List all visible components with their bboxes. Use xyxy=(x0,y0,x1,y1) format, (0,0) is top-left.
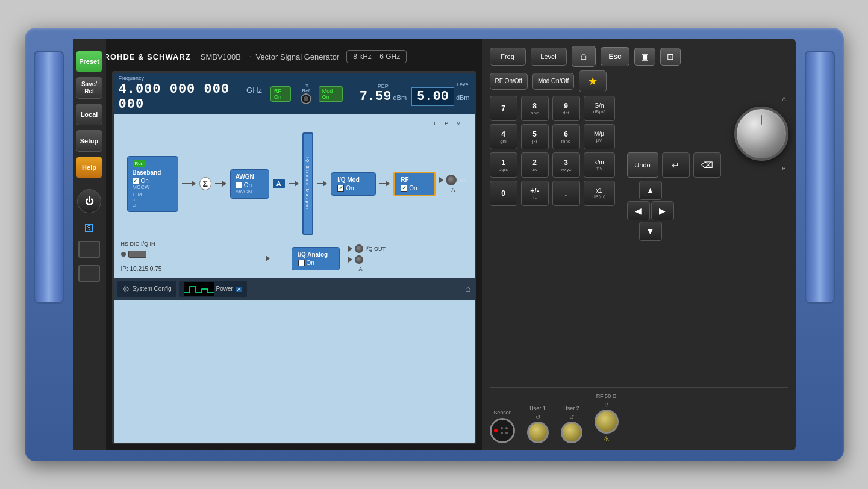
numpad-row-4: 0 +/- +- . x1 dB(m) xyxy=(490,181,729,241)
x1-button[interactable]: x1 dB(m) xyxy=(584,181,615,206)
num-9-button[interactable]: 9 def xyxy=(552,96,580,121)
km-button[interactable]: k/m mV xyxy=(584,152,615,178)
screen-wrapper: Frequency 4.000 000 000 000 GHz RF On In… xyxy=(112,71,476,444)
mod-on-off-button[interactable]: Mod On/Off xyxy=(532,73,575,90)
numpad-row-1: 7 8 abc 9 def G/n xyxy=(490,96,729,121)
km-sub: mV xyxy=(596,166,603,171)
iq-analog-checkbox[interactable] xyxy=(298,260,305,266)
level-section: Level 5.00 dBm xyxy=(411,81,469,106)
power-chart-item[interactable]: Power A xyxy=(179,281,248,297)
iq-mod-block[interactable]: I/Q Mod ✓ On xyxy=(331,172,376,196)
rotary-knob[interactable] xyxy=(734,107,788,161)
local-button[interactable]: Local xyxy=(76,104,102,125)
gear-icon: ⚙ xyxy=(122,284,130,294)
right-arrow-button[interactable]: ▶ xyxy=(651,201,674,220)
dot-button[interactable]: . xyxy=(552,181,580,206)
main-screen[interactable]: Frequency 4.000 000 000 000 GHz RF On In… xyxy=(112,71,476,444)
num-8-button[interactable]: 8 abc xyxy=(521,96,549,121)
help-button[interactable]: Help xyxy=(76,157,102,178)
awgn-on-label: On xyxy=(244,182,252,188)
screen-icon-button[interactable]: ▣ xyxy=(634,48,655,66)
home-button[interactable]: ⌂ xyxy=(572,46,596,67)
right-panel-inner: Freq Level ⌂ Esc ▣ ⊡ RF On/Off Mod On/ xyxy=(490,46,788,443)
num-3-button[interactable]: 3 wxyz xyxy=(552,152,580,178)
plusminus-button[interactable]: +/- +- xyxy=(521,181,549,206)
freq-button[interactable]: Freq xyxy=(490,48,526,66)
power-button[interactable]: ⏻ xyxy=(77,189,101,213)
baseband-block[interactable]: Run Baseband ✓ On MCCW T xyxy=(127,156,178,212)
iq-stream-mapper[interactable]: IQ Stream Mapper xyxy=(302,132,314,235)
awgn-checkbox[interactable] xyxy=(236,182,242,188)
favorite-button[interactable]: ★ xyxy=(579,70,607,92)
model-name: SMBV100B xyxy=(201,52,241,61)
baseband-checkbox[interactable]: ✓ xyxy=(133,178,139,184)
num-9-sub: def xyxy=(563,110,569,116)
rf-checkbox[interactable]: ✓ xyxy=(401,185,407,192)
run-badge: Run xyxy=(133,160,146,167)
setup-button[interactable]: Setup xyxy=(76,130,102,152)
arrow-5 xyxy=(379,181,390,187)
num-1-main: 1 xyxy=(501,158,505,167)
arrow-2 xyxy=(215,181,226,187)
product-name: Vector Signal Generator xyxy=(255,52,339,61)
system-config-item[interactable]: ⚙ System Config xyxy=(117,281,176,297)
system-config-label: System Config xyxy=(133,285,172,293)
undo-button[interactable]: Undo xyxy=(627,152,658,178)
right-handle xyxy=(796,39,844,450)
num-5-button[interactable]: 5 jkl xyxy=(521,124,549,149)
iq-out-label: I/Q OUT xyxy=(366,246,386,252)
display-icon-button[interactable]: ⊡ xyxy=(660,48,681,66)
numpad-row-3: 1 pqrs 2 tuv 3 wxyz xyxy=(490,152,729,178)
iq-mod-checkbox[interactable]: ✓ xyxy=(337,185,344,192)
num-2-button[interactable]: 2 tuv xyxy=(521,152,549,178)
rf-on-badge[interactable]: RF On xyxy=(270,86,291,102)
user2-bnc xyxy=(561,422,582,443)
awgn-title: AWGN xyxy=(236,173,264,180)
num-1-sub: pqrs xyxy=(499,167,508,172)
esc-button[interactable]: Esc xyxy=(601,47,629,66)
backspace-button[interactable]: ⌫ xyxy=(693,152,721,178)
header-bar: R&S ROHDE & SCHWARZ SMBV100B · Vector Si… xyxy=(79,45,476,69)
iq-analog-on-row[interactable]: On xyxy=(298,260,333,266)
rf-on-off-button[interactable]: RF On/Off xyxy=(490,73,528,90)
rf-on-row[interactable]: ✓ On xyxy=(401,185,428,192)
bottom-flow-row: I/Q Analog On xyxy=(266,244,467,272)
knob-a-label: A xyxy=(782,96,785,102)
rf-a-label: A xyxy=(451,187,455,193)
baseband-on-label: On xyxy=(141,178,149,184)
num-7-button[interactable]: 7 xyxy=(490,96,517,121)
sensor-connector-group: Sensor xyxy=(490,410,515,443)
top-control-area: Freq Level ⌂ Esc ▣ ⊡ RF On/Off Mod On/ xyxy=(490,46,788,96)
rf-block[interactable]: RF ✓ On xyxy=(393,172,436,196)
iq-analog-block[interactable]: I/Q Analog On xyxy=(292,247,340,270)
enter-button[interactable]: ↵ xyxy=(662,152,690,178)
user2-label: User 2 xyxy=(563,405,579,411)
a-badge: A xyxy=(273,179,285,188)
mu-button[interactable]: M/μ μV xyxy=(584,124,615,149)
awgn-block[interactable]: AWGN On AWGN xyxy=(230,169,269,199)
sensor-red-indicator xyxy=(494,429,498,432)
num-0-button[interactable]: 0 xyxy=(490,181,517,206)
iq-mod-on-row[interactable]: ✓ On xyxy=(337,185,369,192)
signal-flow-diagram: T P V Run Baseband xyxy=(114,114,475,278)
level-button[interactable]: Level xyxy=(531,48,567,66)
iq-out-connector-2 xyxy=(355,255,363,264)
preset-button[interactable]: Preset xyxy=(76,51,102,72)
left-grip xyxy=(34,51,64,304)
baseband-on-row[interactable]: ✓ On xyxy=(133,178,173,184)
down-arrow-button[interactable]: ▼ xyxy=(639,222,662,241)
home-taskbar-icon[interactable]: ⌂ xyxy=(465,284,471,294)
num-1-button[interactable]: 1 pqrs xyxy=(490,152,517,178)
up-arrow-button[interactable]: ▲ xyxy=(639,181,662,200)
num-6-button[interactable]: 6 mno xyxy=(552,124,580,149)
left-arrow-button[interactable]: ◀ xyxy=(627,201,650,220)
gn-button[interactable]: G/n dBμV xyxy=(584,96,615,121)
save-rcl-button[interactable]: Save/ Rcl xyxy=(76,77,102,99)
power-chart xyxy=(184,282,214,296)
connector-labels-row: Sensor User 1 xyxy=(490,387,788,443)
t-label: T xyxy=(433,120,437,126)
num-4-button[interactable]: 4 ghi xyxy=(490,124,517,149)
mod-on-badge[interactable]: Mod On xyxy=(319,86,343,102)
iq-mod-title: I/Q Mod xyxy=(337,176,369,183)
awgn-on-row[interactable]: On xyxy=(236,182,264,188)
